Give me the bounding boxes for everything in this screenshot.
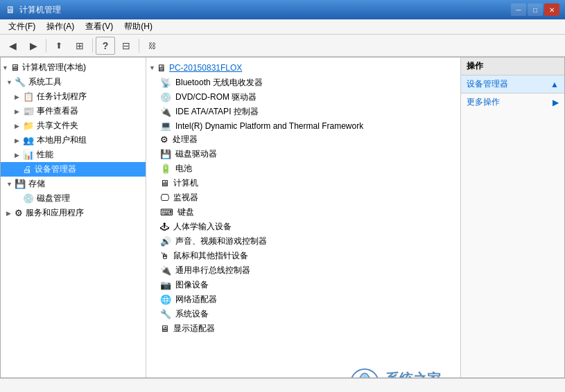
- tree-task-scheduler[interactable]: ▶ 📋 任务计划程序: [1, 89, 146, 104]
- device-computer[interactable]: 🖥 计算机: [146, 176, 460, 190]
- device-battery[interactable]: 🔋 电池: [146, 161, 460, 176]
- action-more-arrow: ▶: [553, 98, 559, 107]
- device-keyboard[interactable]: ⌨ 键盘: [146, 205, 460, 220]
- tree-event-viewer[interactable]: ▶ 📰 事件查看器: [1, 104, 146, 118]
- title-bar-buttons: ─ □ ✕: [511, 3, 559, 16]
- device-imaging[interactable]: 📷 图像设备: [146, 278, 460, 292]
- hid-icon: 🕹: [160, 222, 169, 232]
- computer-header[interactable]: ▼ 🖥 PC-20150831FLOX: [146, 60, 460, 75]
- action-device-manager-arrow: ▲: [550, 80, 559, 89]
- device-hid[interactable]: 🕹 人体学输入设备: [146, 220, 460, 234]
- device-manager-icon: 🖨: [23, 164, 32, 175]
- processor-label: 处理器: [173, 134, 198, 145]
- performance-icon: 📊: [23, 150, 34, 160]
- dvd-icon: 💿: [160, 92, 171, 103]
- title-bar: 🖥 计算机管理 ─ □ ✕: [0, 0, 565, 19]
- hid-label: 人体学输入设备: [173, 221, 232, 233]
- event-viewer-label: 事件查看器: [37, 105, 78, 117]
- device-display[interactable]: 🖥 显示适配器: [146, 321, 460, 336]
- processor-icon: ⚙: [160, 134, 168, 145]
- title-bar-title: 计算机管理: [19, 4, 511, 16]
- menu-action[interactable]: 操作(A): [41, 19, 80, 34]
- audio-video-icon: 🔊: [160, 236, 171, 247]
- device-system[interactable]: 🔧 系统设备: [146, 307, 460, 321]
- shared-folders-arrow: ▶: [15, 123, 23, 130]
- shared-folders-icon: 📁: [23, 121, 34, 131]
- device-dvd[interactable]: 💿 DVD/CD-ROM 驱动器: [146, 90, 460, 105]
- tree-storage[interactable]: ▼ 💾 存储: [1, 177, 146, 191]
- device-processor[interactable]: ⚙ 处理器: [146, 132, 460, 147]
- bluetooth-label: Bluetooth 无线电收发器: [175, 77, 263, 89]
- maximize-button[interactable]: □: [528, 3, 543, 16]
- system-dev-icon: 🔧: [160, 309, 171, 319]
- tree-device-manager[interactable]: 🖨 设备管理器: [1, 162, 146, 177]
- dvd-label: DVD/CD-ROM 驱动器: [175, 91, 257, 103]
- local-users-arrow: ▶: [15, 137, 23, 144]
- tree-shared-folders[interactable]: ▶ 📁 共享文件夹: [1, 118, 146, 133]
- tree-disk-management[interactable]: 💿 磁盘管理: [1, 191, 146, 206]
- toolbar-separator-2: [92, 39, 93, 53]
- toolbar: ◀ ▶ ⬆ ⊞ ? ⊟ ⛓: [0, 35, 565, 57]
- toolbar-separator-3: [139, 39, 139, 53]
- left-panel: ▼ 🖥 计算机管理(本地) ▼ 🔧 系统工具 ▶ 📋 任务计划程序 ▶ 📰 事件…: [1, 57, 146, 377]
- action-more[interactable]: 更多操作 ▶: [461, 93, 564, 111]
- action-device-manager[interactable]: 设备管理器 ▲: [461, 75, 564, 93]
- usb-icon: 🔌: [160, 265, 171, 276]
- device-intel-thermal[interactable]: 💻 Intel(R) Dynamic Platform and Thermal …: [146, 119, 460, 132]
- disk-management-label: 磁盘管理: [37, 193, 70, 204]
- computer-icon: 🖥: [160, 178, 169, 188]
- watermark-brand: 系统之家: [385, 370, 453, 378]
- device-bluetooth[interactable]: 📡 Bluetooth 无线电收发器: [146, 75, 460, 90]
- mouse-icon: 🖱: [160, 251, 169, 261]
- up-button[interactable]: ⬆: [49, 37, 69, 55]
- storage-arrow: ▼: [6, 181, 15, 188]
- disk-drive-label: 磁盘驱动器: [175, 148, 217, 160]
- status-bar: [0, 378, 565, 392]
- keyboard-icon: ⌨: [160, 207, 173, 217]
- menu-view[interactable]: 查看(V): [80, 19, 119, 34]
- computer-header-icon: 🖥: [157, 62, 166, 73]
- shared-folders-label: 共享文件夹: [37, 120, 78, 132]
- back-button[interactable]: ◀: [3, 37, 22, 55]
- services-arrow: ▶: [6, 210, 15, 217]
- forward-button[interactable]: ▶: [24, 37, 43, 55]
- action-device-manager-label: 设备管理器: [467, 78, 508, 90]
- menu-file[interactable]: 文件(F): [3, 19, 41, 34]
- device-audio-video[interactable]: 🔊 声音、视频和游戏控制器: [146, 234, 460, 249]
- tree-local-users[interactable]: ▶ 👥 本地用户和组: [1, 133, 146, 148]
- battery-icon: 🔋: [160, 163, 171, 174]
- showpane-button[interactable]: ⊞: [70, 37, 89, 55]
- help-button[interactable]: ?: [96, 37, 115, 55]
- device-network[interactable]: 🌐 网络适配器: [146, 292, 460, 307]
- tree-performance[interactable]: ▶ 📊 性能: [1, 148, 146, 162]
- tree-system-tools[interactable]: ▼ 🔧 系统工具: [1, 75, 146, 89]
- properties-button[interactable]: ⊟: [116, 37, 136, 55]
- device-usb[interactable]: 🔌 通用串行总线控制器: [146, 263, 460, 278]
- watermark-area: 系统之家 www.Ghost123.com: [146, 343, 460, 377]
- minimize-button[interactable]: ─: [511, 3, 526, 16]
- services-icon: ⚙: [15, 208, 23, 218]
- close-button[interactable]: ✕: [544, 3, 559, 16]
- disk-management-icon: 💿: [23, 193, 34, 204]
- ide-icon: 🔌: [160, 107, 171, 117]
- tree-services[interactable]: ▶ ⚙ 服务和应用程序: [1, 206, 146, 220]
- menu-help[interactable]: 帮助(H): [119, 19, 158, 34]
- intel-thermal-icon: 💻: [160, 121, 171, 131]
- storage-icon: 💾: [15, 179, 26, 189]
- device-ide[interactable]: 🔌 IDE ATA/ATAPI 控制器: [146, 105, 460, 119]
- tree-root[interactable]: ▼ 🖥 计算机管理(本地): [1, 60, 146, 75]
- device-mouse[interactable]: 🖱 鼠标和其他指针设备: [146, 249, 460, 263]
- monitor-label: 监视器: [173, 192, 198, 204]
- display-icon: 🖥: [160, 323, 169, 334]
- imaging-label: 图像设备: [175, 279, 209, 291]
- right-panel: 操作 设备管理器 ▲ 更多操作 ▶: [460, 57, 564, 377]
- device-disk-drive[interactable]: 💾 磁盘驱动器: [146, 147, 460, 161]
- network-label: 网络适配器: [175, 294, 217, 305]
- task-scheduler-arrow: ▶: [15, 93, 23, 100]
- device-monitor[interactable]: 🖵 监视器: [146, 190, 460, 205]
- action-more-label: 更多操作: [467, 96, 500, 108]
- export-button[interactable]: ⛓: [142, 37, 162, 55]
- system-tools-icon: 🔧: [15, 77, 26, 87]
- local-users-label: 本地用户和组: [37, 134, 87, 146]
- watermark-text-block: 系统之家 www.Ghost123.com: [385, 370, 453, 378]
